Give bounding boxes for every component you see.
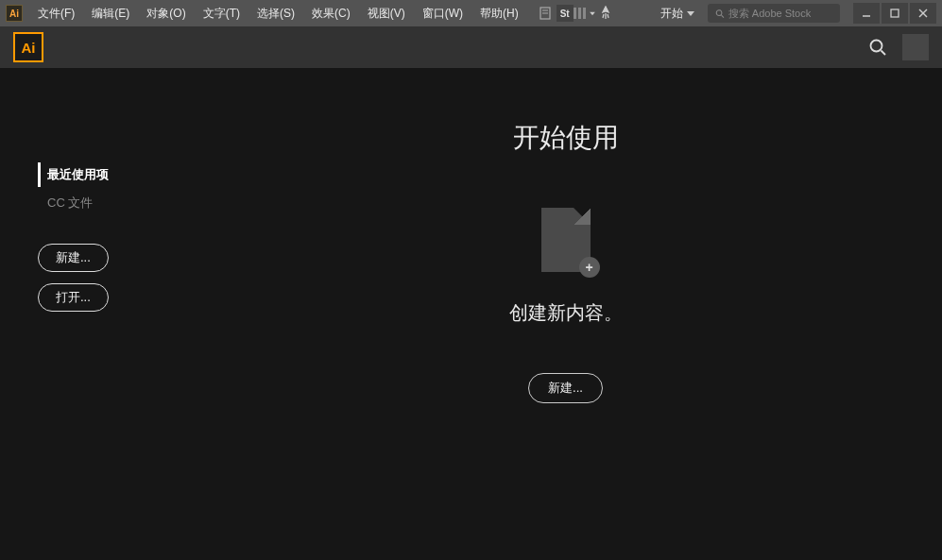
- window-controls: [851, 3, 936, 24]
- workspace-switcher[interactable]: 开始: [653, 4, 702, 24]
- menu-window[interactable]: 窗口(W): [415, 2, 471, 25]
- menu-object[interactable]: 对象(O): [139, 2, 193, 25]
- svg-point-3: [716, 9, 722, 15]
- sidebar-item-recent[interactable]: 最近使用项: [38, 162, 161, 187]
- center-content: 开始使用 + 创建新内容。 新建...: [189, 68, 942, 560]
- header-right: [868, 34, 929, 60]
- account-avatar[interactable]: [902, 34, 929, 60]
- menu-view[interactable]: 视图(V): [360, 2, 413, 25]
- menubar-right: 开始: [653, 3, 936, 24]
- chevron-down-icon: [687, 11, 694, 16]
- menu-file[interactable]: 文件(F): [30, 2, 82, 25]
- menu-edit[interactable]: 编辑(E): [84, 2, 137, 25]
- gpu-rocket-icon[interactable]: [596, 5, 615, 22]
- sidebar-item-cc-files[interactable]: CC 文件: [38, 191, 161, 215]
- app-icon-large: Ai: [13, 32, 43, 62]
- menu-select[interactable]: 选择(S): [249, 2, 302, 25]
- maximize-button[interactable]: [882, 3, 908, 24]
- new-document-icon: +: [541, 208, 591, 272]
- menu-help[interactable]: 帮助(H): [472, 2, 526, 25]
- workspace-label: 开始: [660, 6, 683, 22]
- doc-tool-icon[interactable]: [536, 5, 555, 22]
- menu-effect[interactable]: 效果(C): [304, 2, 358, 25]
- app-icon-small: Ai: [6, 5, 23, 22]
- svg-line-10: [882, 51, 886, 56]
- menu-type[interactable]: 文字(T): [196, 2, 248, 25]
- new-button[interactable]: 新建...: [38, 244, 109, 272]
- search-icon[interactable]: [868, 38, 887, 57]
- stock-search-box[interactable]: [708, 4, 840, 23]
- stock-search-input[interactable]: [728, 8, 832, 19]
- open-button[interactable]: 打开...: [38, 283, 109, 312]
- sidebar-buttons: 新建... 打开...: [38, 244, 161, 312]
- header-bar: Ai: [0, 26, 942, 68]
- main-area: 最近使用项 CC 文件 新建... 打开... 开始使用 + 创建新内容。 新建…: [0, 68, 942, 560]
- svg-line-4: [722, 15, 724, 17]
- search-icon: [715, 8, 725, 19]
- chevron-down-icon: [590, 11, 595, 15]
- minimize-button[interactable]: [853, 3, 880, 24]
- close-button[interactable]: [910, 3, 936, 24]
- plus-icon: +: [579, 257, 600, 278]
- svg-rect-6: [891, 9, 899, 17]
- arrange-docs-icon[interactable]: [575, 5, 594, 22]
- stock-icon[interactable]: St: [557, 5, 574, 22]
- svg-point-9: [871, 41, 882, 52]
- new-button-center[interactable]: 新建...: [528, 373, 603, 403]
- start-sidebar: 最近使用项 CC 文件 新建... 打开...: [0, 68, 189, 560]
- subtitle: 创建新内容。: [509, 300, 623, 326]
- menubar: Ai 文件(F) 编辑(E) 对象(O) 文字(T) 选择(S) 效果(C) 视…: [0, 0, 942, 26]
- page-title: 开始使用: [513, 120, 619, 156]
